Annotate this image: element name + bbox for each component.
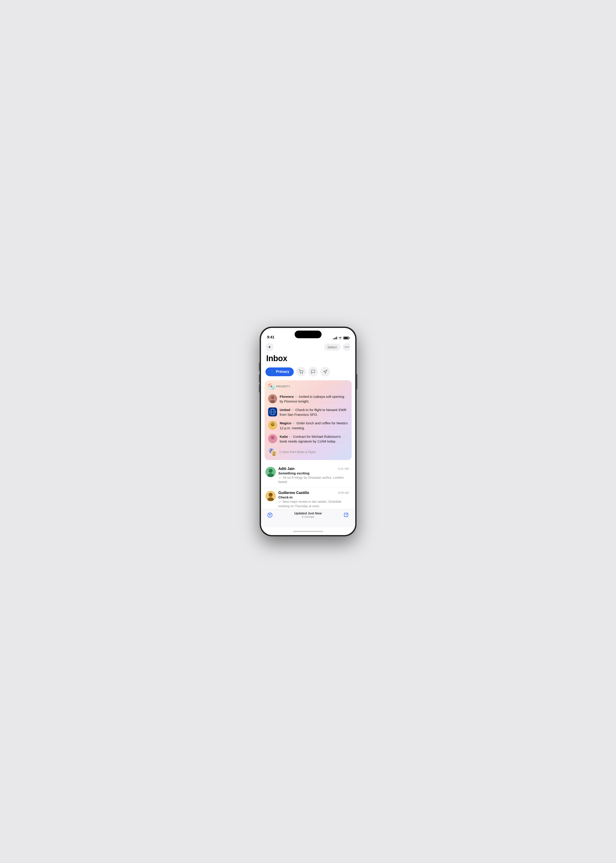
email-header-guillermo: Guillermo Castillo 8:58 AM › — [278, 491, 351, 495]
phone-frame: 9:41 — [260, 327, 357, 536]
priority-card: PRIORITY Florence ↩ Invited to — [264, 380, 352, 460]
tab-primary[interactable]: 👤 Primary — [266, 367, 294, 376]
shopping-cart-icon — [299, 370, 303, 374]
tab-shopping[interactable] — [296, 367, 306, 377]
nav-bar: Select — [261, 341, 355, 352]
svg-point-3 — [271, 396, 274, 399]
priority-text-katie: Katie ↩ Contract for Michael Robinson's … — [280, 434, 348, 444]
priority-item-magico[interactable]: Magico ↩ Order lunch and coffee for Neet… — [268, 419, 348, 432]
page-title: Inbox — [261, 352, 355, 367]
email-content-guillermo: Guillermo Castillo 8:58 AM › Check-in ↩ … — [278, 491, 351, 509]
scroll-content[interactable]: Inbox 👤 Primary — [261, 352, 355, 509]
status-bar: 9:41 — [261, 328, 355, 341]
svg-point-12 — [273, 424, 274, 424]
svg-point-1 — [302, 373, 303, 374]
home-bar — [293, 531, 323, 532]
bottom-bar: Updated Just Now 6 Unread — [261, 509, 355, 528]
wifi-icon — [338, 337, 342, 339]
dynamic-island — [295, 331, 322, 338]
email-preview-aditi: ↩ YA sci-fi trilogy by Ghanaian author, … — [278, 476, 351, 484]
svg-point-20 — [273, 452, 275, 454]
priority-label: PRIORITY — [276, 385, 291, 388]
svg-point-13 — [272, 425, 273, 425]
select-button[interactable]: Select — [324, 343, 341, 351]
updated-label: Updated Just Now — [273, 512, 343, 515]
priority-text-united: United ↩ Check-in for flight to Newark E… — [280, 408, 348, 417]
svg-point-26 — [269, 493, 273, 497]
avatar-aditi — [266, 467, 276, 477]
priority-text-florence: Florence ↩ Invited to izakaya soft openi… — [280, 394, 348, 404]
more-button[interactable] — [343, 343, 351, 351]
email-item-guillermo[interactable]: Guillermo Castillo 8:58 AM › Check-in ↩ … — [261, 488, 355, 509]
email-subject-aditi: Something exciting — [278, 471, 351, 475]
priority-item-florence[interactable]: Florence ↩ Invited to izakaya soft openi… — [268, 392, 348, 406]
tab-promotions[interactable] — [320, 367, 330, 377]
filter-tabs: 👤 Primary — [261, 367, 355, 380]
tab-primary-label: Primary — [276, 370, 289, 374]
avatar-katie — [268, 434, 277, 443]
ai-summary-icon: ↩ — [289, 435, 292, 438]
avatar-florence — [268, 394, 277, 403]
compose-icon — [344, 512, 349, 518]
priority-header: PRIORITY — [268, 383, 348, 390]
email-preview-guillermo: ↩ Next major review in two weeks. Schedu… — [278, 499, 351, 509]
person-icon: 👤 — [270, 370, 274, 374]
avatar-guillermo — [266, 491, 276, 501]
bottom-center: Updated Just Now 6 Unread — [273, 512, 343, 518]
chevron-right-icon: › — [350, 491, 350, 494]
signal-icon — [333, 337, 337, 339]
ai-logo-icon — [269, 384, 273, 389]
more-avatars — [268, 447, 277, 457]
ai-summary-icon: ↩ — [291, 408, 295, 412]
svg-point-10 — [271, 422, 274, 426]
battery-icon — [343, 337, 349, 339]
priority-item-united[interactable]: United ↩ Check-in for flight to Newark E… — [268, 406, 348, 419]
priority-more[interactable]: 2 more from Brian & Ryan — [268, 446, 348, 457]
svg-point-23 — [269, 469, 273, 473]
back-button[interactable] — [266, 343, 273, 351]
priority-logo — [268, 383, 274, 390]
compose-button[interactable] — [343, 512, 350, 519]
filter-icon — [267, 512, 273, 518]
avatar-magico — [268, 421, 277, 430]
email-sender-guillermo: Guillermo Castillo — [278, 491, 309, 495]
unread-label: 6 Unread — [273, 515, 343, 518]
ai-summary-icon: ↩ — [295, 395, 299, 398]
avatar-united — [268, 408, 277, 416]
nav-actions: Select — [324, 343, 351, 351]
priority-text-magico: Magico ↩ Order lunch and coffee for Neet… — [280, 421, 348, 430]
home-indicator — [261, 528, 355, 535]
tab-messages[interactable] — [308, 367, 318, 377]
ai-summary-icon: ↩ — [279, 500, 282, 503]
email-header-aditi: Aditi Jain 9:41 AM › — [278, 467, 351, 471]
chevron-right-icon: › — [350, 467, 350, 470]
megaphone-icon — [323, 370, 327, 374]
svg-point-11 — [272, 424, 272, 424]
filter-button[interactable] — [266, 512, 273, 519]
ai-summary-icon: ↩ — [279, 476, 282, 479]
svg-point-0 — [300, 373, 301, 374]
phone-screen: 9:41 — [261, 328, 355, 535]
message-icon — [311, 370, 315, 374]
email-content-aditi: Aditi Jain 9:41 AM › Something exciting … — [278, 467, 351, 484]
email-subject-guillermo: Check-in — [278, 495, 351, 499]
email-time-guillermo: 8:58 AM — [338, 491, 349, 494]
priority-item-katie[interactable]: Katie ↩ Contract for Michael Robinson's … — [268, 432, 348, 446]
priority-more-text: 2 more from Brian & Ryan — [280, 450, 316, 454]
status-icons — [333, 337, 349, 339]
email-sender-aditi: Aditi Jain — [278, 467, 295, 471]
back-icon — [268, 346, 270, 348]
email-time-aditi: 9:41 AM — [338, 467, 349, 470]
ai-summary-icon: ↩ — [292, 422, 296, 425]
email-item-aditi[interactable]: Aditi Jain 9:41 AM › Something exciting … — [261, 464, 355, 488]
